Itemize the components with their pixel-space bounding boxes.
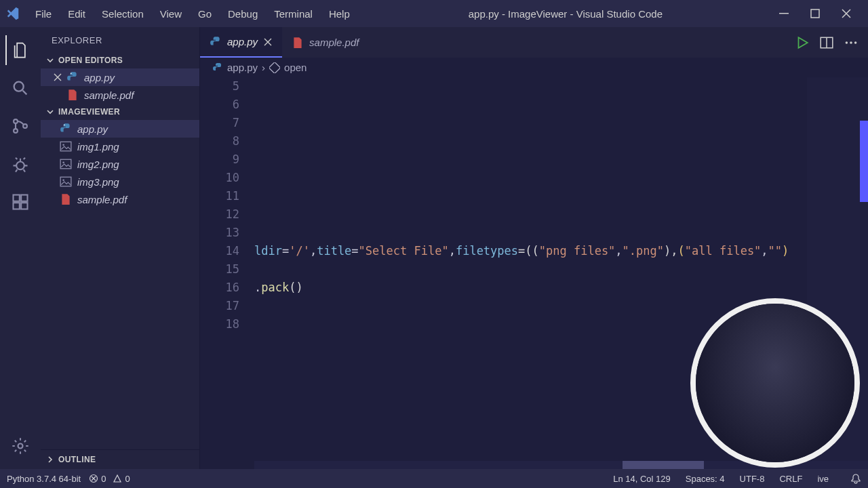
file-tree-item[interactable]: sample.pdf	[41, 190, 199, 208]
minimize-button[interactable]	[774, 4, 793, 23]
activity-bar	[0, 27, 41, 469]
menu-debug[interactable]: Debug	[221, 5, 264, 22]
pdf-icon	[60, 193, 72, 205]
menu-bar: File Edit Selection View Go Debug Termin…	[28, 5, 357, 22]
status-cursor[interactable]: Ln 14, Col 129	[613, 474, 671, 484]
status-spaces[interactable]: Spaces: 4	[686, 474, 725, 484]
file-tree-item[interactable]: img2.png	[41, 155, 199, 173]
outline-header[interactable]: OUTLINE	[41, 449, 199, 469]
status-encoding[interactable]: UTF-8	[740, 474, 765, 484]
run-icon[interactable]	[795, 35, 810, 50]
open-editors-header[interactable]: OPEN EDITORS	[41, 52, 199, 68]
python-icon	[60, 123, 72, 135]
activity-extensions[interactable]	[5, 187, 35, 217]
error-count: 0	[101, 474, 106, 484]
close-button[interactable]	[837, 4, 856, 23]
image-icon	[60, 158, 72, 170]
chevron-down-icon	[45, 106, 56, 117]
svg-rect-18	[60, 177, 71, 186]
tab-label: sample.pdf	[309, 37, 359, 48]
chevron-right-icon: ›	[262, 62, 265, 73]
svg-rect-7	[14, 195, 20, 201]
status-live[interactable]: ive	[817, 474, 829, 484]
file-name: img3.png	[77, 176, 119, 188]
symbol-icon	[269, 62, 280, 73]
svg-point-15	[62, 144, 64, 146]
python-icon	[66, 71, 79, 83]
svg-point-24	[854, 41, 857, 44]
pdf-icon	[66, 89, 79, 101]
open-editor-item[interactable]: app.py	[41, 68, 199, 86]
svg-rect-1	[811, 9, 819, 18]
sidebar-title: EXPLORER	[41, 27, 199, 52]
status-eol[interactable]: CRLF	[779, 474, 802, 484]
svg-rect-0	[779, 13, 789, 14]
python-icon	[210, 36, 222, 48]
sidebar: EXPLORER OPEN EDITORS app.py sample.pdf …	[41, 27, 200, 469]
close-icon[interactable]	[263, 37, 273, 47]
editor-actions	[795, 27, 868, 58]
svg-point-11	[18, 444, 23, 449]
svg-rect-9	[21, 203, 27, 209]
editor-tabs: app.py sample.pdf	[200, 27, 868, 58]
status-problems[interactable]: 0 0	[89, 474, 130, 484]
line-gutter: 56789101112131415161718	[200, 77, 254, 469]
python-icon	[212, 62, 223, 73]
maximize-button[interactable]	[806, 4, 825, 23]
activity-debug[interactable]	[5, 149, 35, 179]
svg-point-13	[64, 125, 65, 126]
bell-icon[interactable]	[850, 473, 861, 484]
window-title: app.py - ImageViewer - Visual Studio Cod…	[357, 8, 774, 20]
file-tree-item[interactable]: img1.png	[41, 138, 199, 155]
svg-point-3	[14, 119, 18, 123]
activity-settings[interactable]	[5, 431, 35, 461]
minimap-scroll-indicator[interactable]	[860, 121, 868, 202]
open-editors-label: OPEN EDITORS	[58, 56, 123, 65]
activity-source-control[interactable]	[5, 111, 35, 141]
image-icon	[60, 140, 72, 152]
svg-point-19	[62, 179, 64, 181]
chevron-right-icon	[45, 454, 56, 465]
breadcrumb-file: app.py	[227, 62, 258, 73]
svg-rect-25	[269, 62, 280, 73]
file-name: app.py	[84, 72, 115, 83]
activity-explorer[interactable]	[5, 35, 35, 65]
scrollbar-thumb[interactable]	[623, 461, 704, 469]
menu-selection[interactable]: Selection	[95, 5, 151, 22]
breadcrumb[interactable]: app.py › open	[200, 58, 868, 77]
svg-point-17	[62, 161, 64, 163]
file-name: img1.png	[77, 141, 119, 152]
chevron-down-icon	[45, 55, 56, 66]
menu-edit[interactable]: Edit	[61, 5, 92, 22]
file-name: sample.pdf	[84, 89, 134, 101]
menu-view[interactable]: View	[153, 5, 189, 22]
menu-go[interactable]: Go	[191, 5, 218, 22]
menu-file[interactable]: File	[28, 5, 58, 22]
menu-terminal[interactable]: Terminal	[267, 5, 319, 22]
svg-point-4	[14, 129, 18, 133]
close-icon[interactable]	[53, 73, 62, 82]
svg-point-6	[16, 162, 24, 170]
svg-point-23	[850, 41, 852, 44]
split-editor-icon[interactable]	[819, 35, 834, 50]
activity-search[interactable]	[5, 73, 35, 103]
file-tree-item[interactable]: app.py	[41, 120, 199, 138]
tab-sample-pdf[interactable]: sample.pdf	[282, 27, 368, 58]
svg-rect-8	[14, 203, 20, 209]
open-editor-item[interactable]: sample.pdf	[41, 86, 199, 104]
project-header[interactable]: IMAGEVIEWER	[41, 104, 199, 120]
title-bar: File Edit Selection View Go Debug Termin…	[0, 0, 868, 27]
status-python[interactable]: Python 3.7.4 64-bit	[7, 474, 81, 484]
image-icon	[60, 176, 72, 188]
svg-rect-16	[60, 159, 71, 169]
more-icon[interactable]	[844, 35, 859, 50]
project-label: IMAGEVIEWER	[58, 107, 120, 117]
warning-count: 0	[125, 474, 130, 484]
webcam-overlay	[690, 298, 860, 468]
breadcrumb-symbol: open	[284, 62, 307, 73]
file-tree-item[interactable]: img3.png	[41, 173, 199, 190]
svg-rect-10	[21, 195, 27, 201]
tab-app-py[interactable]: app.py	[200, 27, 282, 58]
menu-help[interactable]: Help	[322, 5, 357, 22]
svg-point-2	[14, 82, 24, 92]
